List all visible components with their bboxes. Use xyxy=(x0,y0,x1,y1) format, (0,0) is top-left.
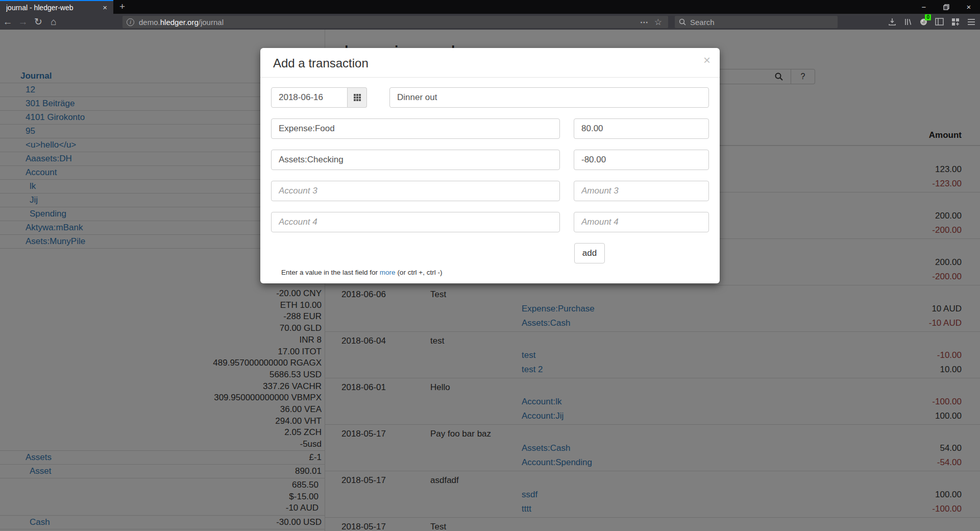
window-minimize-button[interactable]: − xyxy=(913,0,935,14)
url-path: /journal xyxy=(199,18,224,27)
sidebar-toggle-icon[interactable] xyxy=(932,14,947,30)
url-bar[interactable]: i demo.hledger.org/journal ⋯ ☆ xyxy=(122,16,668,28)
description-input[interactable] xyxy=(389,87,709,108)
search-icon xyxy=(679,18,686,26)
amount-2-input[interactable] xyxy=(574,150,709,170)
tab-journal[interactable]: journal - hledger-web × xyxy=(0,0,113,14)
tab-title: journal - hledger-web xyxy=(6,4,101,12)
reload-icon[interactable]: ↻ xyxy=(31,16,46,28)
modal-title: Add a transaction xyxy=(273,56,707,70)
add-transaction-modal: Add a transaction × xyxy=(260,48,720,283)
window-close-button[interactable]: × xyxy=(958,0,980,14)
account-1-input[interactable] xyxy=(271,118,560,139)
calendar-grid-icon xyxy=(353,93,361,102)
account-3-input[interactable] xyxy=(271,181,560,201)
close-icon[interactable]: × xyxy=(703,53,710,67)
add-button[interactable]: add xyxy=(574,243,605,263)
search-placeholder: Search xyxy=(690,18,715,27)
modal-header: Add a transaction × xyxy=(260,48,720,78)
downloads-icon[interactable] xyxy=(884,14,900,30)
tab-bar: journal - hledger-web × + − × xyxy=(0,0,980,14)
date-picker-button[interactable] xyxy=(348,87,367,108)
window-controls: − × xyxy=(913,0,980,14)
amount-3-input[interactable] xyxy=(574,181,709,201)
page-actions-icon[interactable]: ⋯ xyxy=(636,17,652,27)
url-subdomain: demo. xyxy=(139,18,160,27)
more-link[interactable]: more xyxy=(380,269,396,276)
page-content: demo.journal Journal 12 301 Beiträge 410… xyxy=(0,30,980,531)
amount-1-input[interactable] xyxy=(574,118,709,139)
site-info-icon[interactable]: i xyxy=(127,18,134,26)
browser-search-bar[interactable]: Search xyxy=(675,16,838,28)
account-4-input[interactable] xyxy=(271,212,560,232)
modal-body: add Enter a value in the last field for … xyxy=(260,78,720,276)
navigation-toolbar: ← → ↻ ⌂ i demo.hledger.org/journal ⋯ ☆ S… xyxy=(0,14,980,30)
menu-hamburger-icon[interactable] xyxy=(963,14,979,30)
date-input-group xyxy=(271,87,367,108)
apps-grid-icon[interactable] xyxy=(947,14,963,30)
toolbar-icons: 0 xyxy=(884,14,979,30)
amount-4-input[interactable] xyxy=(574,212,709,232)
new-tab-button[interactable]: + xyxy=(113,0,131,14)
date-input[interactable] xyxy=(271,87,348,108)
back-icon[interactable]: ← xyxy=(0,16,15,28)
home-icon[interactable]: ⌂ xyxy=(46,16,61,28)
window-restore-button[interactable] xyxy=(935,0,958,14)
library-icon[interactable] xyxy=(900,14,916,30)
modal-hint: Enter a value in the last field for more… xyxy=(281,269,709,276)
browser-window: journal - hledger-web × + − × ← → ↻ ⌂ i … xyxy=(0,0,980,531)
tab-close-icon[interactable]: × xyxy=(101,3,109,12)
extension-badge: 0 xyxy=(925,14,931,20)
bookmark-star-icon[interactable]: ☆ xyxy=(652,17,664,28)
url-text: demo.hledger.org/journal xyxy=(139,18,636,27)
extension-icon[interactable]: 0 xyxy=(916,14,932,30)
forward-icon[interactable]: → xyxy=(15,16,31,28)
url-domain: hledger.org xyxy=(160,18,199,27)
account-2-input[interactable] xyxy=(271,150,560,170)
